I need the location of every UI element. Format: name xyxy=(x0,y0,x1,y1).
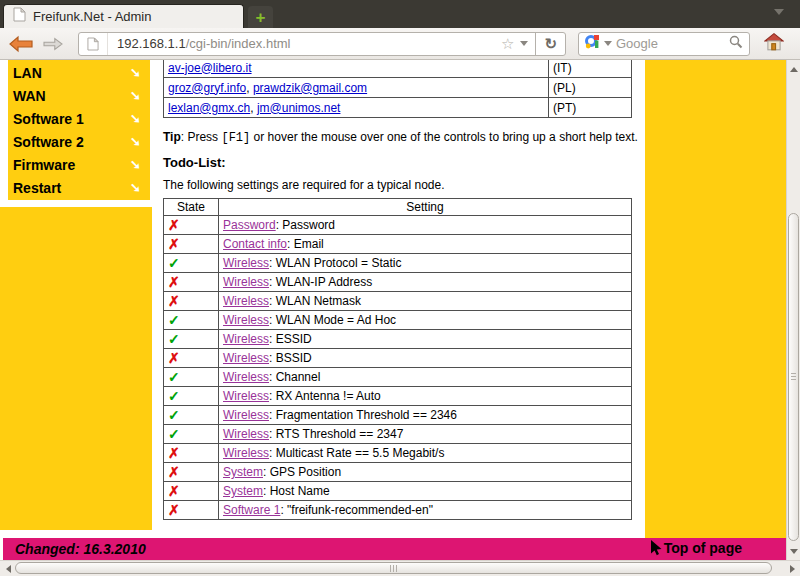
check-icon: ✓ xyxy=(168,388,180,404)
setting-link-system[interactable]: System xyxy=(223,465,263,479)
separator: , xyxy=(246,81,253,95)
tab-title: Freifunk.Net - Admin xyxy=(33,9,152,24)
state-cell: ✓ xyxy=(164,368,219,387)
setting-cell: Wireless: RX Antenna != Auto xyxy=(219,387,632,406)
setting-link-wireless[interactable]: Wireless xyxy=(223,294,269,308)
magnifier-icon[interactable] xyxy=(729,35,743,53)
todo-row: ✗Contact info: Email xyxy=(164,235,632,254)
sidebar-item-software-1[interactable]: Software 1➘ xyxy=(8,107,150,130)
page-content: av-joe@libero.it(IT)groz@gryf.info, praw… xyxy=(152,60,646,520)
setting-cell: Software 1: "freifunk-recommended-en" xyxy=(219,501,632,520)
changed-date: Changed: 16.3.2010 xyxy=(15,541,146,557)
plus-icon: + xyxy=(256,9,266,26)
tab-bar: Freifunk.Net - Admin + xyxy=(0,0,800,28)
email-link[interactable]: lexlan@gmx.ch xyxy=(168,101,250,115)
sidebar-item-wan[interactable]: WAN➘ xyxy=(8,84,150,107)
forward-arrow-icon xyxy=(42,35,64,53)
setting-cell: Wireless: ESSID xyxy=(219,330,632,349)
cross-icon: ✗ xyxy=(168,483,180,499)
horizontal-scrollbar[interactable] xyxy=(0,560,800,576)
sidebar-item-restart[interactable]: Restart➘ xyxy=(8,176,150,199)
right-yellow-panel xyxy=(645,60,786,538)
setting-link-software-1[interactable]: Software 1 xyxy=(223,503,280,517)
setting-link-wireless[interactable]: Wireless xyxy=(223,408,269,422)
url-dropdown-icon[interactable] xyxy=(520,41,528,46)
bookmark-star-icon[interactable]: ☆ xyxy=(498,35,517,53)
sidebar-item-label: LAN xyxy=(13,65,42,81)
setting-text: : WLAN Protocol = Static xyxy=(269,256,401,270)
cross-icon: ✗ xyxy=(168,236,180,252)
todo-list-description: The following settings are required for … xyxy=(163,178,646,192)
setting-link-wireless[interactable]: Wireless xyxy=(223,370,269,384)
setting-cell: Wireless: WLAN Protocol = Static xyxy=(219,254,632,273)
setting-link-wireless[interactable]: Wireless xyxy=(223,332,269,346)
setting-link-wireless[interactable]: Wireless xyxy=(223,351,269,365)
check-icon: ✓ xyxy=(168,255,180,271)
triangle-right-icon xyxy=(790,565,795,573)
tab-freifunk-admin[interactable]: Freifunk.Net - Admin xyxy=(3,4,244,28)
scroll-down-arrow[interactable] xyxy=(787,544,800,558)
search-input[interactable] xyxy=(616,36,725,51)
reload-button[interactable]: ↻ xyxy=(535,33,565,55)
state-cell: ✗ xyxy=(164,482,219,501)
forward-button[interactable] xyxy=(42,35,64,53)
setting-cell: Wireless: BSSID xyxy=(219,349,632,368)
email-link[interactable]: av-joe@libero.it xyxy=(168,61,252,75)
setting-link-wireless[interactable]: Wireless xyxy=(223,427,269,441)
email-link[interactable]: groz@gryf.info xyxy=(168,81,246,95)
arrow-se-icon: ➘ xyxy=(130,111,141,126)
sidebar-item-software-2[interactable]: Software 2➘ xyxy=(8,130,150,153)
setting-cell: Wireless: Channel xyxy=(219,368,632,387)
google-icon xyxy=(585,34,600,53)
scroll-right-arrow[interactable] xyxy=(785,561,799,576)
setting-text: : GPS Position xyxy=(263,465,341,479)
sidebar-item-lan[interactable]: LAN➘ xyxy=(8,61,150,84)
new-tab-button[interactable]: + xyxy=(248,6,273,28)
setting-text: : Email xyxy=(287,237,324,251)
email-link[interactable]: jm@unimos.net xyxy=(257,101,341,115)
vertical-scrollbar[interactable] xyxy=(786,60,800,560)
todo-row: ✗Wireless: WLAN-IP Address xyxy=(164,273,632,292)
setting-link-wireless[interactable]: Wireless xyxy=(223,256,269,270)
setting-link-password[interactable]: Password xyxy=(223,218,276,232)
setting-link-wireless[interactable]: Wireless xyxy=(223,313,269,327)
setting-text: : Fragmentation Threshold == 2346 xyxy=(269,408,457,422)
setting-link-wireless[interactable]: Wireless xyxy=(223,389,269,403)
setting-link-system[interactable]: System xyxy=(223,484,263,498)
scroll-up-arrow[interactable] xyxy=(787,62,800,76)
sidebar-item-label: WAN xyxy=(13,88,46,104)
url-bar[interactable]: 192.168.1.1/cgi-bin/index.html ☆ ↻ xyxy=(78,32,566,56)
search-engine-dropdown-icon[interactable] xyxy=(604,41,612,46)
state-cell: ✗ xyxy=(164,349,219,368)
scroll-left-arrow[interactable] xyxy=(1,561,15,576)
top-of-page-link[interactable]: Top of page xyxy=(650,540,742,556)
setting-text: : WLAN Mode = Ad Hoc xyxy=(269,313,396,327)
setting-cell: Contact info: Email xyxy=(219,235,632,254)
back-button[interactable] xyxy=(8,34,34,54)
email-link[interactable]: prawdzik@gmail.com xyxy=(253,81,367,95)
state-cell: ✓ xyxy=(164,425,219,444)
vertical-scrollbar-thumb[interactable] xyxy=(788,213,799,541)
check-icon: ✓ xyxy=(168,369,180,385)
setting-cell: Wireless: Fragmentation Threshold == 234… xyxy=(219,406,632,425)
setting-link-wireless[interactable]: Wireless xyxy=(223,446,269,460)
todo-row: ✗Wireless: Multicast Rate == 5.5 Megabit… xyxy=(164,444,632,463)
state-cell: ✗ xyxy=(164,501,219,520)
search-box[interactable] xyxy=(578,32,750,56)
cross-icon: ✗ xyxy=(168,350,180,366)
todo-table: State Setting ✗Password: Password✗Contac… xyxy=(163,198,632,520)
setting-link-contact-info[interactable]: Contact info xyxy=(223,237,287,251)
sidebar-item-firmware[interactable]: Firmware➘ xyxy=(8,153,150,176)
url-text[interactable]: 192.168.1.1/cgi-bin/index.html xyxy=(108,36,498,51)
todo-table-body: ✗Password: Password✗Contact info: Email✓… xyxy=(164,216,632,520)
setting-link-wireless[interactable]: Wireless xyxy=(223,275,269,289)
contact-country-cell: (PL) xyxy=(549,78,632,98)
home-button[interactable] xyxy=(764,33,784,55)
tab-list-dropdown-icon[interactable] xyxy=(774,9,784,15)
triangle-down-icon xyxy=(790,549,798,554)
horizontal-scrollbar-thumb[interactable] xyxy=(15,562,772,574)
state-cell: ✓ xyxy=(164,254,219,273)
state-cell: ✗ xyxy=(164,463,219,482)
cross-icon: ✗ xyxy=(168,502,180,518)
state-cell: ✓ xyxy=(164,387,219,406)
